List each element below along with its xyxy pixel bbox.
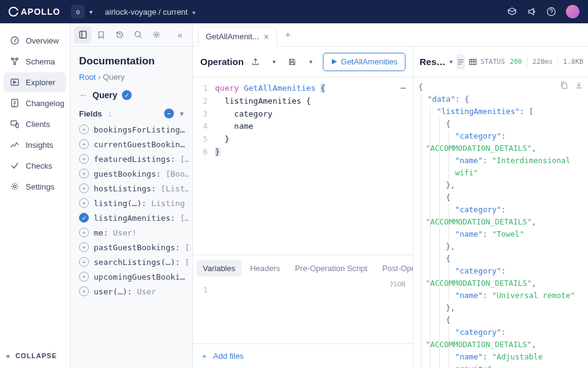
- overview-icon: [10, 36, 20, 45]
- brand-logo[interactable]: APOLLO: [9, 7, 60, 17]
- add-icon[interactable]: +: [79, 154, 89, 164]
- field-item[interactable]: +featuredListings: […: [74, 151, 189, 166]
- sort-icon[interactable]: ↓: [108, 109, 113, 118]
- field-name: me: User!: [94, 228, 137, 237]
- sidebar-item-changelog[interactable]: Changelog: [4, 93, 66, 113]
- doc-toolbar: «: [70, 23, 192, 47]
- tab-label: GetAllAmenit...: [206, 32, 259, 41]
- field-item[interactable]: +upcomingGuestBooki…: [74, 269, 189, 284]
- add-tab-button[interactable]: ＋: [279, 26, 296, 44]
- save-icon[interactable]: [285, 55, 299, 69]
- gear-icon[interactable]: [148, 26, 165, 44]
- field-item[interactable]: +pastGuestBookings: [: [74, 240, 189, 255]
- add-icon[interactable]: +: [79, 242, 89, 252]
- field-item[interactable]: +bookingsForListing…: [74, 122, 189, 137]
- add-files-label: Add files: [213, 351, 244, 361]
- vars-tab[interactable]: Variables: [197, 260, 241, 277]
- sidebar-item-label: Explorer: [26, 78, 55, 87]
- add-icon[interactable]: +: [79, 139, 89, 149]
- add-icon[interactable]: +: [79, 257, 89, 267]
- collapse-panel-icon[interactable]: «: [172, 26, 189, 44]
- fields-label: Fields: [79, 109, 102, 118]
- variables-editor[interactable]: 1 JSON: [193, 277, 413, 343]
- close-icon[interactable]: ×: [264, 32, 269, 42]
- add-icon[interactable]: +: [79, 183, 89, 193]
- field-item[interactable]: +listing(…): Listing: [74, 196, 189, 210]
- svg-rect-13: [469, 59, 476, 64]
- org-switcher[interactable]: o: [71, 5, 85, 18]
- share-icon[interactable]: [249, 55, 262, 69]
- table-view-icon[interactable]: [469, 54, 477, 70]
- chevron-down-icon[interactable]: ▾: [304, 55, 317, 69]
- sidebar-item-label: Changelog: [26, 99, 64, 108]
- field-list: +bookingsForListing…+currentGuestBookin……: [70, 122, 192, 368]
- run-label: GetAllAmenities: [341, 57, 398, 66]
- changelog-icon: [10, 98, 20, 108]
- add-icon[interactable]: +: [79, 272, 89, 282]
- field-item[interactable]: ✓listingAmenities: […: [74, 210, 189, 225]
- top-bar: APOLLO o ▾ airlock-voyage / current ▾: [0, 0, 588, 23]
- history-icon[interactable]: [111, 26, 128, 44]
- bookmark-icon[interactable]: [92, 26, 110, 44]
- back-arrow-icon[interactable]: ←: [79, 90, 88, 100]
- search-icon[interactable]: [129, 26, 146, 44]
- field-item[interactable]: +hostListings: [List…: [74, 181, 189, 196]
- field-item[interactable]: +me: User!: [74, 225, 189, 240]
- sidebar-item-checks[interactable]: Checks: [4, 156, 66, 175]
- field-item[interactable]: +user(…): User: [74, 284, 189, 299]
- field-name: guestBookings: [Boo…: [94, 169, 189, 178]
- field-item[interactable]: +currentGuestBookin…: [74, 137, 189, 151]
- add-icon[interactable]: +: [79, 198, 89, 208]
- sidebar-item-explorer[interactable]: Explorer: [4, 72, 66, 92]
- field-name: currentGuestBookin…: [94, 140, 185, 149]
- schema-icon: [10, 56, 20, 66]
- sidebar-nav: OverviewSchemaExplorerChangelogClientsIn…: [0, 23, 70, 368]
- add-icon[interactable]: +: [79, 286, 89, 296]
- graph-breadcrumb[interactable]: airlock-voyage / current ▾: [105, 7, 195, 17]
- deselect-all-icon[interactable]: −: [164, 109, 174, 118]
- announcement-icon[interactable]: [527, 7, 537, 17]
- sidebar-item-settings[interactable]: Settings: [4, 177, 66, 196]
- vars-tab[interactable]: Pre-Operation Script: [288, 260, 374, 277]
- sidebar-item-insights[interactable]: Insights: [4, 135, 66, 155]
- docs-icon[interactable]: [74, 26, 91, 44]
- line-gutter: 1: [193, 280, 213, 343]
- field-name: upcomingGuestBooki…: [94, 272, 185, 282]
- chevron-down-icon[interactable]: ▾: [450, 58, 453, 65]
- add-icon[interactable]: +: [79, 169, 89, 178]
- download-icon[interactable]: [575, 81, 583, 90]
- field-item[interactable]: +guestBookings: [Boo…: [74, 166, 189, 181]
- help-icon[interactable]: [546, 7, 556, 17]
- field-item[interactable]: +searchListings(…): [: [74, 255, 189, 269]
- field-name: hostListings: [List…: [94, 184, 189, 193]
- field-name: pastGuestBookings: [: [94, 243, 189, 252]
- query-editor[interactable]: 123456 query GetAllAmenities { listingAm…: [193, 77, 413, 255]
- collapse-button[interactable]: « COLLAPSE: [0, 343, 70, 368]
- brand-text: APOLLO: [21, 7, 60, 17]
- add-icon[interactable]: +: [79, 228, 89, 237]
- sidebar-item-clients[interactable]: Clients: [4, 114, 66, 134]
- plus-icon: ＋: [200, 351, 208, 362]
- block-view-icon[interactable]: [456, 54, 465, 70]
- kebab-icon[interactable]: ⋯: [401, 82, 407, 95]
- avatar[interactable]: [566, 5, 579, 18]
- chevron-down-icon[interactable]: ▾: [180, 110, 184, 118]
- response-body[interactable]: {"data": {"listingAmenities": [{"categor…: [413, 77, 588, 368]
- add-icon[interactable]: +: [79, 125, 89, 134]
- latency: 228ms: [532, 58, 552, 66]
- tab-operation[interactable]: GetAllAmenit... ×: [198, 27, 277, 47]
- run-button[interactable]: GetAllAmenities: [323, 53, 405, 71]
- copy-icon[interactable]: [560, 81, 568, 90]
- vars-tab[interactable]: Headers: [244, 260, 286, 277]
- vars-tab[interactable]: Post-Operation Script: [376, 260, 413, 277]
- sidebar-item-schema[interactable]: Schema: [4, 52, 66, 71]
- chevron-down-icon[interactable]: ▾: [89, 9, 92, 15]
- add-files-button[interactable]: ＋ Add files: [193, 343, 413, 368]
- check-icon[interactable]: ✓: [79, 213, 89, 223]
- sandbox-icon[interactable]: [507, 7, 517, 17]
- crumb-root[interactable]: Root: [79, 72, 96, 82]
- sidebar-item-label: Checks: [26, 161, 52, 171]
- chevron-down-icon[interactable]: ▾: [267, 55, 281, 69]
- field-name: listingAmenities: […: [94, 213, 189, 223]
- sidebar-item-overview[interactable]: Overview: [4, 31, 66, 50]
